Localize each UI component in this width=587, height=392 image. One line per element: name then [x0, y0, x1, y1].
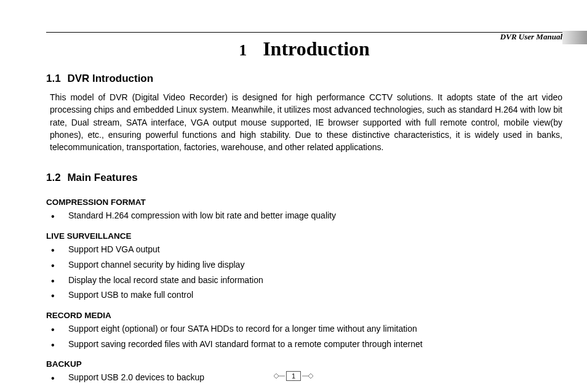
section-2-heading: 1.2 Main Features: [46, 172, 562, 184]
feature-heading-live: LIVE SURVEILLANCE: [46, 231, 562, 241]
feature-block-compression: COMPRESSION FORMAT Standard H.264 compre…: [46, 198, 562, 223]
section-2-number: 1.2: [46, 172, 61, 183]
list-item: Support USB to make full control: [49, 289, 562, 302]
feature-heading-backup: BACKUP: [46, 359, 562, 369]
section-2-title: Main Features: [67, 172, 137, 183]
list-item: Support HD VGA output: [49, 243, 562, 257]
chapter-number: 1: [239, 41, 247, 59]
section-1-heading: 1.1 DVR Introduction: [46, 73, 562, 85]
list-item: Support eight (optional) or four SATA HD…: [49, 322, 562, 336]
section-1-number: 1.1: [46, 73, 61, 84]
feature-block-live: LIVE SURVEILLANCE Support HD VGA output …: [46, 231, 562, 302]
chapter-title: 1 Introduction: [46, 38, 562, 60]
list-item: Support channel security by hiding live …: [49, 258, 562, 272]
feature-block-record: RECORD MEDIA Support eight (optional) or…: [46, 311, 562, 351]
header-rule: [46, 32, 562, 33]
footer-deco-left-icon: [274, 374, 285, 378]
page-header: DVR User Manual: [46, 32, 562, 33]
feature-list-record: Support eight (optional) or four SATA HD…: [46, 322, 562, 351]
feature-heading-compression: COMPRESSION FORMAT: [46, 198, 562, 207]
manual-title: DVR User Manual: [500, 32, 562, 42]
header-gradient: [562, 31, 587, 44]
section-1-body: This model of DVR (Digital Video Recorde…: [46, 91, 562, 153]
list-item: Standard H.264 compression with low bit …: [49, 209, 562, 223]
feature-heading-record: RECORD MEDIA: [46, 311, 562, 320]
list-item: Display the local record state and basic…: [49, 274, 562, 287]
chapter-name: Introduction: [263, 38, 370, 60]
page-number: 1: [286, 371, 301, 381]
footer-deco-right-icon: [302, 374, 313, 378]
feature-list-compression: Standard H.264 compression with low bit …: [46, 209, 562, 223]
feature-list-live: Support HD VGA output Support channel se…: [46, 243, 562, 302]
page-footer: 1: [274, 371, 313, 381]
section-1-title: DVR Introduction: [67, 73, 153, 84]
list-item: Support saving recorded files with AVI s…: [49, 338, 562, 351]
